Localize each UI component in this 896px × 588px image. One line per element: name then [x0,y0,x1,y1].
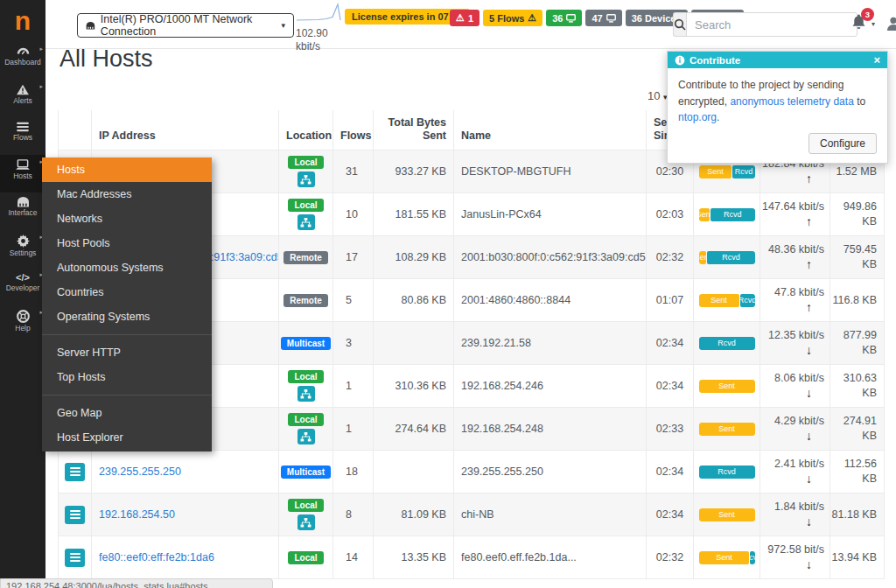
seen-since: 02:34 [647,365,694,408]
notifications-button[interactable]: 3 ▾ [850,13,880,33]
sidebar-item-help[interactable]: Help ▸ [0,305,46,343]
menu-item-host-pools[interactable]: Host Pools [42,231,212,256]
host-name: chi-NB [454,494,647,536]
location-badge: Local [288,499,323,512]
menu-item-host-explorer[interactable]: Host Explorer [42,425,212,450]
host-name: 2001:b030:800f:0:c562:91f3:3a09:cd5b [454,236,647,279]
interface-select[interactable]: Intel(R) PRO/1000 MT Network Connection … [77,13,294,38]
trend-up-icon: ↑ [806,299,812,315]
breakdown-sent-bar: Sent [699,423,755,436]
seen-since: 02:34 [647,451,694,494]
breakdown-sent-bar: Sent [699,508,755,522]
row-actions-button[interactable] [65,463,85,481]
interface-select-label: Intel(R) PRO/1000 MT Network Connection [101,13,276,38]
sidebar-item-interface[interactable]: Interface [0,192,46,230]
menu-item-countries[interactable]: Countries [42,280,212,304]
col-location[interactable]: Location [279,110,333,150]
close-icon[interactable]: × [873,54,880,66]
location-badge: Local [288,156,323,169]
hosts-dropdown-menu: Hosts Mac Addresses Networks Host Pools … [42,158,212,452]
total-bytes: 877.99 KB [830,322,885,365]
traffic-breakdown-bar: Sent [699,423,755,436]
host-ip-link[interactable]: fe80::eef0:eff:fe2b:1da6 [99,551,214,564]
location-badge: Local [288,370,323,383]
breakdown-rcvd-bar: Rcvd [750,551,754,564]
sidebar-item-dashboard[interactable]: Dashboard ▸ [0,42,46,80]
host-name: JanusLin-PCx64 [454,193,647,236]
sidebar-item-hosts[interactable]: Hosts ▸ [0,155,46,192]
network-sitemap-icon [298,514,315,530]
total-bytes-sent: 13.35 KB [374,536,454,579]
hamburger-icon [70,510,80,519]
total-bytes: 81.18 KB [830,494,885,536]
menu-item-networks[interactable]: Networks [42,206,212,231]
host-ip-link[interactable]: 239.255.255.250 [99,466,181,478]
traffic-breakdown-bar: Sent [699,508,755,522]
menu-item-operating-systems[interactable]: Operating Systems [42,304,212,329]
page-size-select[interactable]: 10 ▾ [648,89,668,102]
col-actions [59,110,92,150]
breakdown-rcvd-bar: Rcvd [707,251,754,264]
ethernet-icon [17,197,30,207]
sidebar-item-developer[interactable]: </> Developer ▸ [0,268,46,305]
sidebar-item-settings[interactable]: Settings ▸ [0,230,46,268]
total-hosts-badge[interactable]: 47 [585,10,621,26]
menu-item-geo-map[interactable]: Geo Map [42,401,212,425]
total-bytes: 274.91 KB [830,408,885,451]
breakdown-rcvd-bar: Rcvd [740,294,755,307]
traffic-breakdown-bar: Rcvd [699,466,755,479]
sidebar-item-flows[interactable]: Flows [0,117,46,155]
traffic-breakdown-bar: SentRcvd [699,208,755,221]
seen-since: 02:34 [647,494,694,536]
row-actions-button[interactable] [65,549,85,567]
location-badge: Local [288,199,323,212]
flows-count: 8 [333,494,374,536]
network-sitemap-icon [298,214,315,230]
col-name[interactable]: Name [454,110,647,150]
trend-down-icon: ↓ [806,428,812,444]
location-badge: Multicast [281,466,331,479]
telemetry-data-link[interactable]: anonymous telemetry data [730,95,853,108]
hamburger-icon [70,553,80,562]
host-ip-link[interactable]: 192.168.254.50 [99,508,175,521]
total-bytes-sent: 310.36 KB [374,365,454,408]
col-total-bytes-sent[interactable]: Total Bytes Sent [374,110,454,150]
info-icon [675,55,685,66]
page-title: All Hosts [60,46,153,73]
menu-item-top-hosts[interactable]: Top Hosts [42,365,212,389]
row-actions-button[interactable] [65,506,85,524]
breakdown-sent-bar: Sent [699,380,755,393]
total-bytes-sent: 181.55 KB [374,193,454,236]
alerts-count-badge[interactable]: ⚠1 [450,10,480,26]
col-flows[interactable]: Flows [333,110,374,150]
configure-button[interactable]: Configure [808,133,877,154]
seen-since: 01:07 [647,279,694,322]
sidebar-item-alerts[interactable]: Alerts ▸ [0,80,46,117]
ntop-org-link[interactable]: ntop.org [678,111,717,123]
table-row: fe80::eef0:eff:fe2b:1da6Local1413.35 KBf… [59,536,884,579]
active-hosts-badge[interactable]: 36 [546,10,582,26]
user-menu-icon[interactable] [886,16,896,35]
menu-item-autonomous-systems[interactable]: Autonomous Systems [42,256,212,280]
menu-item-server-http[interactable]: Server HTTP [42,340,212,365]
location-badge: Remote [284,251,328,264]
search-input[interactable] [686,12,858,37]
menu-item-hosts[interactable]: Hosts [42,158,212,182]
trend-up-icon: ↑ [806,214,812,229]
ntopng-app: n Dashboard ▸ Alerts ▸ Flows Hosts ▸ Int… [0,0,896,588]
flows-count: 1 [333,365,374,408]
throughput-value: 2.41 kbit/s [774,457,824,471]
search-icon[interactable] [673,12,686,37]
menu-item-mac-addresses[interactable]: Mac Addresses [42,182,212,206]
throughput-value: 972.58 bit/s [767,542,824,556]
table-row: 192.168.254.50Local881.09 KBchi-NB02:34S… [59,494,884,536]
total-bytes: 112.56 KB [830,451,885,494]
ntopng-logo[interactable]: n [0,0,46,42]
col-ip-address[interactable]: IP Address [92,110,279,150]
chevron-down-icon: ▾ [872,20,875,28]
menu-divider [42,334,212,335]
seen-since: 02:33 [647,408,694,451]
flows-count: 1 [333,408,374,451]
misbehaving-flows-badge[interactable]: 5 Flows⚠ [483,10,542,26]
traffic-breakdown-bar: Sent [699,380,755,393]
